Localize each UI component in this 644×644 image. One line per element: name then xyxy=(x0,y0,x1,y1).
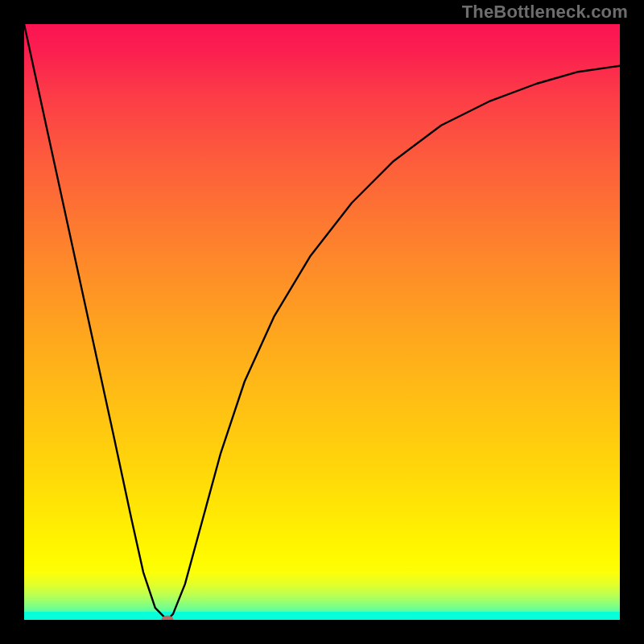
optimum-marker xyxy=(161,616,173,621)
watermark-text: TheBottleneck.com xyxy=(462,2,628,23)
plot-area xyxy=(24,24,620,620)
bottleneck-curve xyxy=(24,24,620,620)
chart-frame: TheBottleneck.com xyxy=(0,0,644,644)
curve-path xyxy=(24,24,620,620)
